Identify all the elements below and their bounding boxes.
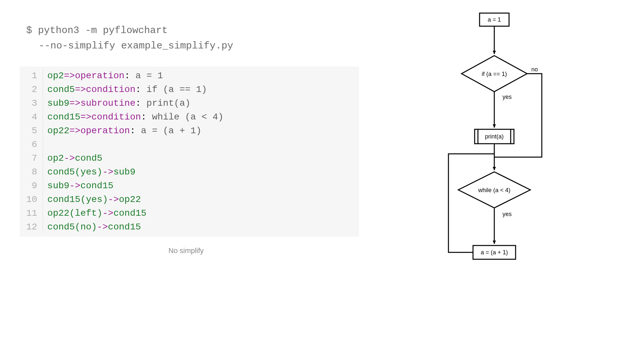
code-block: 123456789101112 op2=>operation: a = 1con… (20, 66, 359, 237)
code-line: cond15(yes)->op22 (47, 193, 224, 207)
code-line: cond5(yes)->sub9 (47, 165, 224, 179)
code-area: op2=>operation: a = 1cond5=>condition: i… (43, 69, 230, 234)
cond15-yes-label: yes (502, 211, 512, 217)
line-gutter: 123456789101112 (20, 69, 43, 234)
cmd-line-2: --no-simplify example_simplify.py (26, 38, 233, 54)
code-line: cond5=>condition: if (a == 1) (47, 83, 224, 97)
flow-node-sub9: print(a) (485, 133, 504, 140)
flow-node-cond15: while (a < 4) (478, 187, 511, 193)
code-line: op22(left)->cond15 (47, 207, 224, 220)
flow-node-cond5: if (a == 1) (482, 71, 507, 77)
command-block: $ python3 -m pyflowchart --no-simplify e… (13, 23, 359, 53)
flow-node-op22: a = (a + 1) (481, 249, 508, 256)
code-line: op22=>operation: a = (a + 1) (47, 124, 224, 138)
flowchart-diagram: a = 1 if (a == 1) yes no print(a) (417, 7, 575, 275)
code-line: op2->cond5 (47, 152, 224, 165)
cmd-line-1: $ python3 -m pyflowchart (26, 25, 168, 36)
caption: No simplify (13, 246, 359, 255)
code-line: sub9=>subroutine: print(a) (47, 97, 224, 110)
flow-node-op2: a = 1 (488, 16, 501, 23)
code-line: sub9->cond15 (47, 179, 224, 193)
cond5-yes-label: yes (502, 94, 512, 100)
code-line: cond15=>condition: while (a < 4) (47, 110, 224, 124)
code-line: cond5(no)->cond15 (47, 220, 224, 234)
code-line: op2=>operation: a = 1 (47, 69, 224, 83)
cond5-no-label: no (531, 66, 538, 73)
code-line (47, 138, 224, 152)
